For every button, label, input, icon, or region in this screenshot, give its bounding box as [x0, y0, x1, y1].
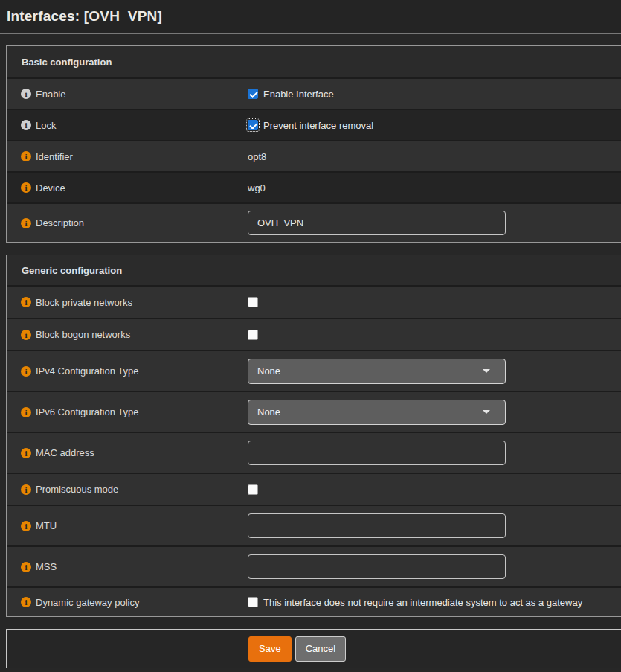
row-enable: i Enable Enable Interface: [7, 77, 621, 109]
info-circle-icon[interactable]: i: [21, 151, 31, 161]
lock-checkbox[interactable]: [248, 120, 258, 130]
generic-configuration-panel: Generic configuration i Block private ne…: [6, 255, 621, 617]
save-button[interactable]: Save: [248, 636, 292, 662]
block-bogon-checkbox[interactable]: [248, 330, 258, 340]
promiscuous-checkbox[interactable]: [248, 484, 258, 495]
info-circle-icon[interactable]: i: [21, 120, 31, 130]
block-private-label: Block private networks: [36, 297, 132, 308]
chevron-down-icon: [483, 369, 490, 373]
info-circle-icon[interactable]: i: [21, 597, 31, 607]
dynamic-gateway-checkbox[interactable]: [248, 597, 258, 607]
mtu-label: MTU: [36, 520, 57, 531]
block-bogon-label: Block bogon networks: [36, 329, 130, 340]
chevron-down-icon: [483, 410, 490, 414]
mss-input[interactable]: [248, 554, 506, 579]
row-mac-address: i MAC address: [7, 432, 621, 473]
info-circle-icon[interactable]: i: [21, 182, 31, 193]
action-bar: Save Cancel: [6, 629, 621, 668]
ipv4-type-label: IPv4 Configuration Type: [36, 365, 139, 377]
page-header: Interfaces: [OVH_VPN]: [0, 0, 621, 34]
description-input[interactable]: [248, 211, 506, 235]
page-title: Interfaces: [OVH_VPN]: [7, 8, 162, 25]
generic-rows: i Block private networks i Block bogon n…: [7, 285, 621, 616]
enable-checkbox[interactable]: [248, 89, 258, 99]
lock-checkbox-label: Prevent interface removal: [263, 120, 373, 131]
mtu-input[interactable]: [248, 513, 506, 538]
dynamic-gateway-checkbox-label: This interface does not require an inter…: [263, 597, 582, 608]
enable-label: Enable: [36, 89, 65, 100]
row-ipv6-type: i IPv6 Configuration Type None: [7, 391, 621, 432]
row-ipv4-type: i IPv4 Configuration Type None: [7, 350, 621, 391]
section-title-basic: Basic configuration: [7, 46, 621, 77]
row-description: i Description: [7, 202, 621, 242]
mac-address-input[interactable]: [248, 441, 506, 465]
promiscuous-label: Promiscuous mode: [36, 484, 118, 495]
row-device: i Device wg0: [7, 171, 621, 202]
ipv4-type-selected-value: None: [257, 365, 280, 377]
row-promiscuous: i Promiscuous mode: [7, 473, 621, 505]
info-circle-icon[interactable]: i: [21, 297, 31, 307]
basic-configuration-panel: Basic configuration i Enable Enable Inte…: [6, 45, 621, 243]
section-title-generic: Generic configuration: [7, 255, 621, 285]
mss-label: MSS: [36, 561, 57, 572]
cancel-button[interactable]: Cancel: [295, 636, 346, 662]
info-circle-icon[interactable]: i: [21, 330, 31, 340]
device-value: wg0: [248, 182, 266, 193]
row-identifier: i Identifier opt8: [7, 140, 621, 171]
info-circle-icon[interactable]: i: [21, 562, 31, 572]
ipv6-type-select[interactable]: None: [248, 400, 506, 425]
info-circle-icon[interactable]: i: [21, 407, 31, 417]
ipv6-type-selected-value: None: [257, 406, 280, 417]
basic-rows: i Enable Enable Interface i Lock Prevent…: [7, 77, 621, 242]
device-label: Device: [36, 182, 65, 193]
enable-label-cell: i Enable: [7, 89, 248, 100]
description-label: Description: [36, 217, 84, 228]
info-circle-icon[interactable]: i: [21, 521, 31, 531]
info-circle-icon[interactable]: i: [21, 89, 31, 99]
ipv6-type-label: IPv6 Configuration Type: [36, 406, 139, 417]
block-private-checkbox[interactable]: [248, 297, 258, 307]
row-dynamic-gateway: i Dynamic gateway policy This interface …: [7, 586, 621, 616]
enable-checkbox-label: Enable Interface: [263, 89, 334, 100]
row-block-private: i Block private networks: [7, 285, 621, 318]
info-circle-icon[interactable]: i: [21, 366, 31, 377]
row-block-bogon: i Block bogon networks: [7, 318, 621, 350]
info-circle-icon[interactable]: i: [21, 448, 31, 458]
lock-label: Lock: [36, 120, 56, 131]
ipv4-type-select[interactable]: None: [248, 359, 506, 384]
info-circle-icon[interactable]: i: [21, 484, 31, 495]
mac-address-label: MAC address: [36, 447, 94, 458]
identifier-value: opt8: [248, 151, 266, 162]
row-mtu: i MTU: [7, 505, 621, 545]
info-circle-icon[interactable]: i: [21, 218, 31, 228]
row-mss: i MSS: [7, 545, 621, 586]
dynamic-gateway-label: Dynamic gateway policy: [36, 597, 139, 608]
identifier-label: Identifier: [36, 151, 73, 162]
main-content: Basic configuration i Enable Enable Inte…: [0, 34, 621, 668]
row-lock: i Lock Prevent interface removal: [7, 109, 621, 140]
